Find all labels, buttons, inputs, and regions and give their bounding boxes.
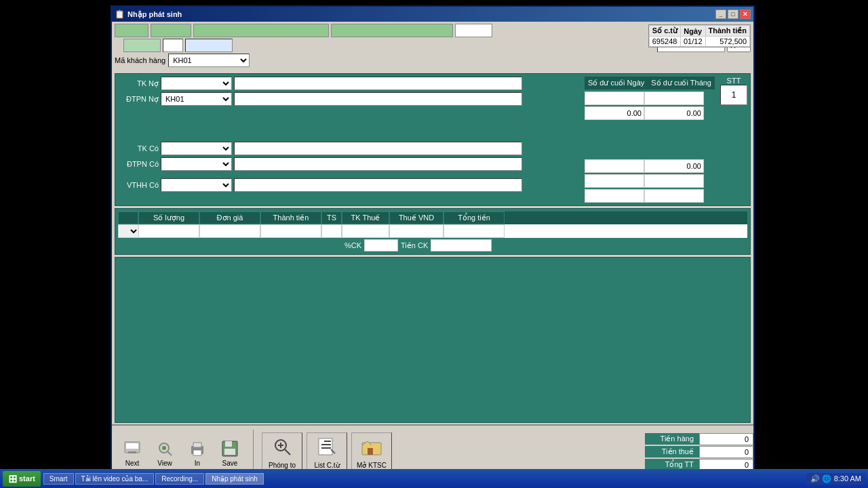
toolbar-field-green1[interactable] xyxy=(115,24,149,37)
balance-thang-co-2[interactable] xyxy=(644,174,704,188)
dtpn-co-select[interactable] xyxy=(161,157,232,171)
taskbar-item-3[interactable]: Nhập phát sinh xyxy=(205,473,264,485)
toolbar-field-green2[interactable] xyxy=(151,24,191,37)
lower-spacer xyxy=(115,257,751,423)
tk-no-input[interactable] xyxy=(234,77,522,90)
dtpn-co-label: ĐTPN Có xyxy=(118,160,159,168)
grid-cell-tkthue[interactable]: 33311 xyxy=(342,224,389,238)
close-button[interactable]: ✕ xyxy=(740,9,751,19)
balance-thang-no-1[interactable] xyxy=(644,92,704,105)
svg-rect-10 xyxy=(225,441,232,447)
grid-input-soluong[interactable] xyxy=(140,225,197,237)
balance-ngay-co-3[interactable] xyxy=(585,189,644,203)
tien-ck-label: Tiền CK xyxy=(401,241,428,250)
maximize-button[interactable]: □ xyxy=(728,9,738,19)
phong-to-button[interactable]: Phóng to xyxy=(262,432,302,472)
balance-headers: Số dư cuối Ngày Số dư cuối Tháng xyxy=(525,77,715,89)
balance-ngay-no-1[interactable] xyxy=(585,92,644,105)
grid-cell-soluong[interactable] xyxy=(138,224,199,238)
pct-ck-input[interactable] xyxy=(364,239,398,251)
toolbar-date2-field[interactable]: 01/12/11 xyxy=(185,39,233,52)
svg-rect-7 xyxy=(193,443,201,447)
in-icon xyxy=(186,438,208,460)
dtpn-co-input[interactable] xyxy=(234,157,522,171)
balance-thang-co-1[interactable] xyxy=(644,159,704,173)
balance-thang-header: Số dư cuối Tháng xyxy=(648,77,715,89)
toolbar-field-desc2[interactable] xyxy=(331,24,453,37)
balance-thang-no-2[interactable] xyxy=(644,106,704,120)
dtpn-no-select[interactable]: KH01 xyxy=(161,92,232,106)
svg-point-5 xyxy=(162,446,166,450)
grid-cell-dropdown xyxy=(118,224,138,238)
list-ctu-label: List C.từ xyxy=(314,462,339,469)
stt-value: 1 xyxy=(720,85,747,105)
col-header-soluong: Số lượng xyxy=(138,211,199,224)
tk-co-input[interactable] xyxy=(234,142,522,155)
grid-cell-thanhtien[interactable] xyxy=(260,224,321,238)
grid-input-tkthue[interactable]: 33311 xyxy=(344,225,387,237)
tk-co-label: TK Có xyxy=(118,144,159,152)
in-label: In xyxy=(195,460,200,467)
svg-rect-2 xyxy=(128,451,136,453)
col-ngay: Ngày xyxy=(680,26,705,37)
grid-input-dongia[interactable] xyxy=(201,225,258,237)
start-button[interactable]: ⊞ start xyxy=(3,471,41,487)
grid-input-thanhtien[interactable] xyxy=(262,225,319,237)
taskbar-item-1[interactable]: Tải lên video của ba... xyxy=(75,473,155,485)
balance-no-row1 xyxy=(525,91,715,105)
taskbar-item-0[interactable]: Smart xyxy=(43,473,74,485)
balance-ngay-header: Số dư cuối Ngày xyxy=(585,77,648,89)
svg-rect-18 xyxy=(368,448,373,455)
grid-input-thuevnd[interactable] xyxy=(391,225,441,237)
grid-cell-tongtien[interactable] xyxy=(443,224,505,238)
next-button[interactable]: Next xyxy=(117,438,147,467)
list-ctu-button[interactable]: List C.từ xyxy=(307,432,347,472)
taskbar-item-2[interactable]: Recording... xyxy=(155,473,204,485)
minimize-button[interactable]: _ xyxy=(715,9,726,19)
col-header-dongia: Đơn giá xyxy=(199,211,260,224)
toolbar-num-field[interactable] xyxy=(163,39,183,52)
in-button[interactable]: In xyxy=(182,438,212,467)
info-row-1: Tiền thuế 0 xyxy=(645,446,753,458)
grid-cell-thuevnd[interactable] xyxy=(389,224,443,238)
balance-ngay-co-2[interactable] xyxy=(585,174,644,188)
start-label: start xyxy=(19,474,35,483)
mo-ktsc-icon xyxy=(361,436,382,462)
grid-cell-ts[interactable] xyxy=(321,224,342,238)
balance-thang-co-3[interactable] xyxy=(644,189,704,203)
save-button[interactable]: Save xyxy=(215,438,245,467)
col-header-tongtien: Tổng tiền xyxy=(443,211,505,224)
save-label: Save xyxy=(222,460,238,467)
balance-ngay-no-2[interactable] xyxy=(585,106,644,120)
toolbar-field-desc[interactable] xyxy=(193,24,329,37)
grid-input-ts[interactable] xyxy=(323,225,340,237)
grid-row-1: 33311 xyxy=(118,224,747,238)
grid-input-tongtien[interactable] xyxy=(446,225,502,237)
dtpn-no-row: ĐTPN Nợ KH01 xyxy=(118,92,522,106)
balance-ngay-co-1[interactable] xyxy=(585,159,644,173)
toolbar-code-field[interactable]: 102030 xyxy=(123,39,161,52)
vthh-co-select[interactable] xyxy=(161,178,232,192)
toolbar-date-field[interactable]: 01/12/11 xyxy=(455,24,492,37)
next-icon xyxy=(121,438,143,460)
taskbar-right: 🔊 🌐 8:30 AM xyxy=(806,473,865,485)
tien-ck-input[interactable] xyxy=(431,239,492,251)
spacer-col xyxy=(525,77,585,89)
grid-row-select[interactable] xyxy=(120,225,139,237)
vthh-co-input[interactable] xyxy=(234,178,522,192)
grid-header: Số lượng Đơn giá Thành tiền TS TK Thuế T… xyxy=(118,211,747,224)
form-panel: TK Nợ ĐTPN Nợ KH01 xyxy=(115,73,751,206)
makh-select[interactable]: KH01 xyxy=(168,54,250,67)
title-text: Nhập phát sinh xyxy=(127,10,182,19)
tien-hang-value: 0 xyxy=(699,433,753,445)
taskbar-items: Smart Tải lên video của ba... Recording.… xyxy=(43,473,804,485)
col-header-empty xyxy=(118,211,138,224)
tien-thue-label: Tiền thuế xyxy=(645,446,699,458)
view-button[interactable]: View xyxy=(150,438,180,467)
stt-section: STT 1 xyxy=(717,77,747,203)
grid-cell-dongia[interactable] xyxy=(199,224,260,238)
tk-co-select[interactable] xyxy=(161,142,232,155)
mo-ktsc-button[interactable]: Mở KTSC xyxy=(351,432,392,472)
dtpn-no-input[interactable] xyxy=(234,92,522,106)
tk-no-select[interactable] xyxy=(161,77,232,90)
